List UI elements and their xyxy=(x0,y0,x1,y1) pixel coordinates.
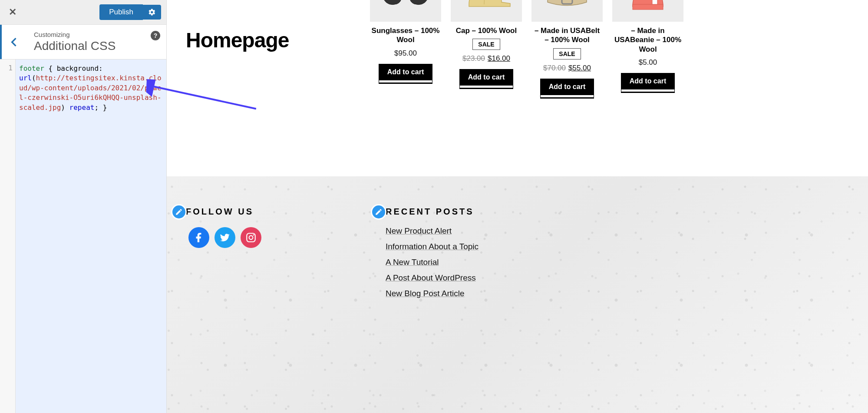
product-card: Sunglasses – 100% Wool $95.00 Add to car… xyxy=(370,0,441,95)
product-card: – Made in USABelt – 100% Wool SALE $70.0… xyxy=(531,0,603,95)
svg-rect-2 xyxy=(633,4,663,10)
section-header: Customizing Additional CSS ? xyxy=(0,24,166,59)
product-title: Cap – 100% Wool xyxy=(451,26,522,35)
product-image[interactable] xyxy=(612,0,683,22)
post-link[interactable]: New Blog Post Article xyxy=(386,289,479,298)
code-property: background: xyxy=(57,64,103,73)
instagram-icon xyxy=(245,232,257,243)
product-title: Sunglasses – 100% Wool xyxy=(370,26,441,45)
code-brace: { xyxy=(44,64,57,73)
cap-icon xyxy=(460,0,512,17)
facebook-link[interactable] xyxy=(188,227,209,248)
css-editor: 1 footer { background: url(http://testin… xyxy=(0,59,166,413)
product-image[interactable] xyxy=(370,0,441,22)
product-title: – Made in USABelt – 100% Wool xyxy=(531,26,603,45)
pencil-icon xyxy=(375,208,383,216)
product-price: $95.00 xyxy=(370,49,441,58)
svg-point-5 xyxy=(249,236,253,240)
customizer-sidebar: ✕ Publish Customizing Additional CSS ? 1… xyxy=(0,0,167,413)
back-button[interactable] xyxy=(0,25,26,59)
breadcrumb-label: Customizing xyxy=(34,31,158,38)
product-grid: Sunglasses – 100% Wool $95.00 Add to car… xyxy=(370,0,851,95)
section-title-wrap: Customizing Additional CSS ? xyxy=(26,25,166,59)
close-icon[interactable]: ✕ xyxy=(5,5,20,20)
publish-button-group: Publish xyxy=(99,4,161,20)
new-price: $55.00 xyxy=(568,64,591,72)
recent-posts-list: New Product Alert Information About a To… xyxy=(386,226,479,298)
old-price: $23.00 xyxy=(462,54,485,63)
facebook-icon xyxy=(193,232,205,243)
sunglasses-icon xyxy=(380,0,432,17)
post-link[interactable]: New Product Alert xyxy=(386,226,479,236)
code-paren: ( xyxy=(32,74,36,82)
code-close: ; } xyxy=(94,103,107,112)
add-to-cart-button[interactable]: Add to cart xyxy=(540,79,594,95)
post-link[interactable]: A New Tutorial xyxy=(386,258,479,267)
edit-widget-button[interactable] xyxy=(371,204,386,220)
svg-point-6 xyxy=(253,235,254,236)
product-image[interactable] xyxy=(531,0,603,22)
instagram-link[interactable] xyxy=(241,227,261,248)
belt-icon xyxy=(541,0,593,17)
code-paren-close: ) xyxy=(61,103,65,112)
widget-heading: RECENT POSTS xyxy=(386,207,479,217)
code-url-keyword: url xyxy=(19,74,32,82)
product-card: Cap – 100% Wool SALE $23.00$16.00 Add to… xyxy=(451,0,522,95)
add-to-cart-button[interactable]: Add to cart xyxy=(379,64,432,80)
widget-heading: FOLLOW US xyxy=(186,207,342,217)
gear-icon xyxy=(148,8,156,16)
post-link[interactable]: A Post About WordPress xyxy=(386,273,479,283)
add-to-cart-button[interactable]: Add to cart xyxy=(459,69,513,86)
twitter-icon xyxy=(219,232,231,243)
site-footer: FOLLOW US RECENT POSTS New Product Alert… xyxy=(167,176,868,413)
code-repeat: repeat xyxy=(65,103,94,112)
twitter-link[interactable] xyxy=(215,227,235,248)
line-gutter: 1 xyxy=(0,59,16,413)
follow-us-widget: FOLLOW US xyxy=(186,207,342,383)
sale-badge: SALE xyxy=(472,39,500,50)
product-title: – Made in USABeanie – 100% Wool xyxy=(612,26,683,54)
chevron-left-icon xyxy=(11,37,17,47)
product-price: $5.00 xyxy=(612,58,683,67)
publish-button[interactable]: Publish xyxy=(99,4,143,20)
product-price: $70.00$55.00 xyxy=(531,64,603,73)
site-preview: Homepage Sunglasses – 100% Wool $95.00 A… xyxy=(167,0,868,413)
recent-posts-widget: RECENT POSTS New Product Alert Informati… xyxy=(386,207,479,383)
help-icon[interactable]: ? xyxy=(151,31,160,40)
beanie-icon xyxy=(622,0,674,17)
edit-widget-button[interactable] xyxy=(171,204,187,220)
social-links xyxy=(188,227,342,248)
product-price: $23.00$16.00 xyxy=(451,54,522,63)
section-title: Additional CSS xyxy=(34,39,158,53)
product-card: – Made in USABeanie – 100% Wool $5.00 Ad… xyxy=(612,0,683,95)
publish-settings-button[interactable] xyxy=(143,5,161,20)
sale-badge: SALE xyxy=(553,48,581,59)
page-title: Homepage xyxy=(186,28,289,52)
svg-rect-3 xyxy=(652,0,657,4)
css-textarea[interactable]: footer { background: url(http://testings… xyxy=(16,59,166,413)
old-price: $70.00 xyxy=(543,64,566,72)
pencil-icon xyxy=(175,208,183,216)
post-link[interactable]: Information About a Topic xyxy=(386,242,479,251)
add-to-cart-button[interactable]: Add to cart xyxy=(621,73,675,89)
sidebar-toolbar: ✕ Publish xyxy=(0,0,166,24)
code-selector: footer xyxy=(19,64,44,73)
new-price: $16.00 xyxy=(488,54,510,63)
product-image[interactable] xyxy=(451,0,522,22)
